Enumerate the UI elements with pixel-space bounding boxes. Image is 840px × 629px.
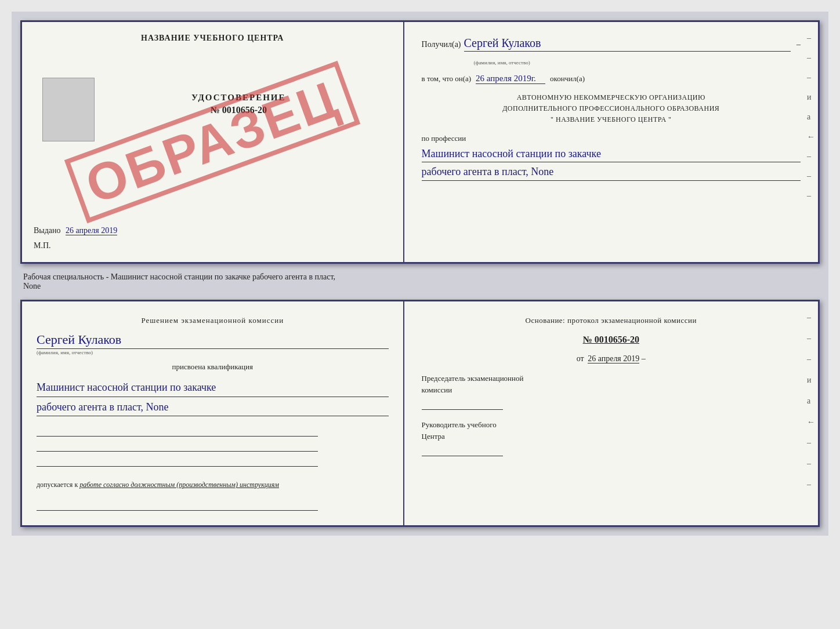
sig-line-1 bbox=[37, 426, 318, 437]
poluchil-label: Получил(а) bbox=[422, 40, 461, 49]
cert-title: НАЗВАНИЕ УЧЕБНОГО ЦЕНТРА bbox=[141, 34, 284, 43]
bottom-lines-left bbox=[37, 426, 389, 467]
right-dashes: – – – и а ← – – – bbox=[807, 34, 815, 201]
protocol-number: № 0010656-20 bbox=[422, 335, 801, 345]
org-line2: ДОПОЛНИТЕЛЬНОГО ПРОФЕССИОНАЛЬНОГО ОБРАЗО… bbox=[422, 103, 801, 114]
udostoverenie-number: № 0010656-20 bbox=[211, 105, 267, 115]
certificate-bottom: Решением экзаменационной комиссии Сергей… bbox=[20, 300, 820, 527]
cert-left-row: УДОСТОВЕРЕНИЕ № 0010656-20 bbox=[34, 49, 392, 141]
fio-hint-bottom: (фамилия, имя, отчество) bbox=[37, 350, 389, 355]
predsedatel-block: Председатель экзаменационной комиссии bbox=[422, 373, 801, 410]
predsedatel-sig bbox=[422, 398, 503, 410]
udost-col: УДОСТОВЕРЕНИЕ № 0010656-20 bbox=[86, 49, 392, 141]
resheniem-text: Решением экзаменационной комиссии bbox=[37, 316, 389, 325]
kval-line1: Машинист насосной станции по закачке bbox=[37, 379, 389, 397]
ot-dash: – bbox=[642, 354, 646, 363]
rukovoditel-sig bbox=[422, 445, 503, 456]
ot-date-value: 26 апреля 2019 bbox=[588, 354, 639, 363]
vtom-line: в том, что он(а) 26 апреля 2019г. окончи… bbox=[422, 74, 801, 84]
po-professii: по профессии Машинист насосной станции п… bbox=[422, 134, 801, 181]
cert-top-left: НАЗВАНИЕ УЧЕБНОГО ЦЕНТРА УДОСТОВЕРЕНИЕ №… bbox=[22, 22, 404, 262]
sig-line-3 bbox=[37, 456, 318, 467]
vtom-prefix: в том, что он(а) bbox=[422, 74, 472, 83]
predsedatel-line1: Председатель экзаменационной bbox=[422, 373, 801, 384]
vydano-date: 26 апреля 2019 bbox=[66, 226, 117, 235]
fio-hint-top: (фамилия, имя, отчество) bbox=[474, 60, 801, 66]
dopuskaetsya-prefix: допускается к bbox=[37, 481, 78, 489]
org-line3: " НАЗВАНИЕ УЧЕБНОГО ЦЕНТРА " bbox=[422, 114, 801, 125]
okochil-label: окончил(а) bbox=[550, 74, 585, 83]
vydano-line: Выдано 26 апреля 2019 bbox=[34, 209, 392, 235]
predsedatel-line2: комиссии bbox=[422, 384, 801, 396]
page-container: НАЗВАНИЕ УЧЕБНОГО ЦЕНТРА УДОСТОВЕРЕНИЕ №… bbox=[12, 12, 828, 536]
rukovoditel-block: Руководитель учебного Центра bbox=[422, 419, 801, 456]
qualification-line1: Машинист насосной станции по закачке bbox=[422, 146, 801, 163]
kvalifikaciya-block: Машинист насосной станции по закачке раб… bbox=[37, 379, 389, 416]
org-line1: АВТОНОМНУЮ НЕКОММЕРЧЕСКУЮ ОРГАНИЗАЦИЮ bbox=[422, 92, 801, 103]
ot-prefix: от bbox=[577, 354, 584, 363]
qualification-line2: рабочего агента в пласт, None bbox=[422, 163, 801, 181]
bottom-name: Сергей Кулаков bbox=[37, 332, 389, 349]
kval-line2: рабочего агента в пласт, None bbox=[37, 398, 389, 417]
photo-col bbox=[34, 49, 86, 141]
dopuskaetsya-italic: работе согласно должностным (производств… bbox=[79, 481, 279, 489]
completed-date: 26 апреля 2019г. bbox=[476, 74, 545, 84]
poluchil-line: Получил(а) Сергей Кулаков – bbox=[422, 37, 801, 52]
udostoverenie-label: УДОСТОВЕРЕНИЕ bbox=[191, 93, 286, 103]
ot-date: от 26 апреля 2019 – bbox=[422, 354, 801, 363]
dopuskaetsya-block: допускается к работе согласно должностны… bbox=[37, 479, 389, 490]
dash1: – bbox=[796, 40, 801, 49]
po-professii-label: по профессии bbox=[422, 134, 801, 143]
description-text2: None bbox=[23, 282, 817, 291]
cert-bottom-right: Основание: протокол экзаменационной коми… bbox=[404, 301, 818, 525]
bottom-lines-left2 bbox=[37, 500, 389, 511]
right-dashes-bottom: – – – и а ← – – – bbox=[807, 313, 815, 489]
prisvoena-text: присвоена квалификация bbox=[37, 362, 389, 372]
cert-top-right: Получил(а) Сергей Кулаков – (фамилия, им… bbox=[404, 22, 818, 262]
cert-bottom-left: Решением экзаменационной комиссии Сергей… bbox=[22, 301, 404, 525]
vydano-prefix: Выдано bbox=[34, 226, 61, 235]
rukovoditel-line1: Руководитель учебного bbox=[422, 419, 801, 431]
recipient-name: Сергей Кулаков bbox=[464, 37, 791, 52]
osnovanie-block: Основание: протокол экзаменационной коми… bbox=[422, 316, 801, 325]
mp-line: М.П. bbox=[34, 241, 392, 250]
rukovoditel-line2: Центра bbox=[422, 431, 801, 442]
description-line: Рабочая специальность - Машинист насосно… bbox=[20, 270, 820, 294]
description-text1: Рабочая специальность - Машинист насосно… bbox=[23, 272, 817, 282]
org-block: АВТОНОМНУЮ НЕКОММЕРЧЕСКУЮ ОРГАНИЗАЦИЮ ДО… bbox=[422, 92, 801, 126]
certificate-top: НАЗВАНИЕ УЧЕБНОГО ЦЕНТРА УДОСТОВЕРЕНИЕ №… bbox=[20, 20, 820, 264]
sig-line-4 bbox=[37, 500, 318, 511]
sig-line-2 bbox=[37, 441, 318, 452]
name-block-bottom: Сергей Кулаков (фамилия, имя, отчество) bbox=[37, 332, 389, 355]
